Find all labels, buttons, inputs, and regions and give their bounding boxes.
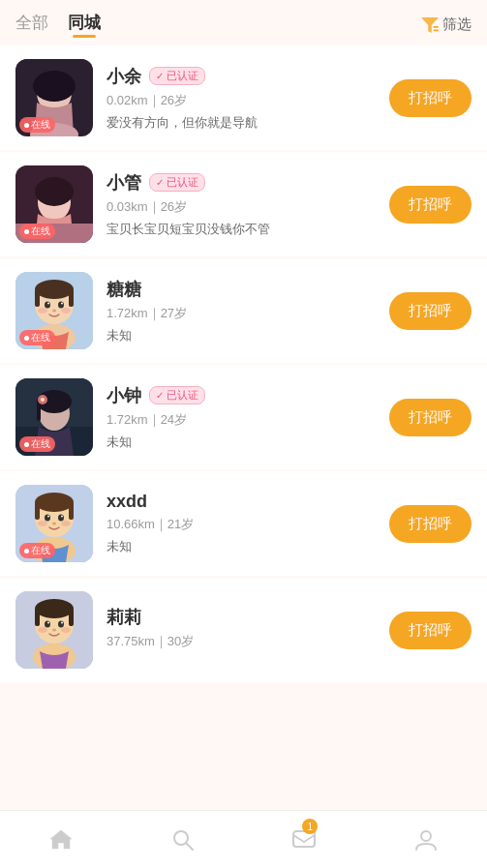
name-row: 小钟 ✓ 已认证 [107,384,389,407]
user-info: 小钟 ✓ 已认证 1.72km｜24岁 未知 [107,384,389,451]
user-meta: 0.02km｜26岁 [107,92,389,109]
svg-point-50 [45,621,50,628]
nav-home[interactable] [0,811,122,868]
svg-point-23 [61,308,71,314]
svg-point-34 [35,493,74,512]
online-label: 在线 [31,331,50,344]
svg-point-19 [47,303,49,305]
online-dot [24,336,29,341]
user-meta: 1.72km｜24岁 [107,411,389,429]
filter-icon [421,17,439,33]
user-meta: 37.75km｜30岁 [107,633,389,650]
user-name: 糖糖 [107,278,141,301]
online-badge: 在线 [19,117,55,133]
online-dot [24,123,29,128]
svg-rect-28 [37,402,41,421]
online-dot [24,442,29,447]
svg-rect-15 [35,289,40,307]
online-dot [24,229,29,234]
user-meta: 0.03km｜26岁 [107,198,389,216]
user-bio: 爱没有方向，但你就是导航 [107,114,389,132]
svg-rect-2 [434,29,439,31]
svg-rect-36 [69,502,74,520]
user-info: 糖糖 1.72km｜27岁 未知 [107,278,389,344]
nav-message[interactable]: 1 [244,811,366,868]
svg-point-20 [61,303,63,305]
user-name: 小钟 [107,384,141,407]
user-meta: 10.66km｜21岁 [107,516,389,533]
svg-point-55 [38,627,47,633]
online-label: 在线 [31,224,50,238]
list-item: 在线 xxdd 10.66km｜21岁 未知 打招呼 [0,471,487,576]
user-meta: 1.72km｜27岁 [107,305,389,322]
avatar: 在线 [15,272,93,349]
svg-point-14 [35,280,74,299]
avatar: 在线 [15,165,93,243]
greet-button[interactable]: 打招呼 [389,505,472,543]
svg-point-51 [58,621,64,628]
user-name: 小管 [107,171,141,195]
name-row: xxdd [107,492,389,512]
svg-point-5 [33,71,76,102]
user-name: 莉莉 [107,606,141,629]
svg-point-53 [61,622,63,624]
svg-point-21 [52,310,56,313]
user-name: 小余 [107,65,141,88]
tab-all[interactable]: 全部 [15,12,48,38]
online-badge: 在线 [19,543,55,558]
avatar [15,591,93,669]
user-list: 在线 小余 ✓ 已认证 0.02km｜26岁 爱没有方向，但你就是导航 打招呼 [0,45,487,762]
nav-profile[interactable] [365,811,487,868]
name-row: 小余 ✓ 已认证 [107,65,389,88]
verified-check-icon: ✓ [156,177,164,188]
user-info: 小管 ✓ 已认证 0.03km｜26岁 宝贝长宝贝短宝贝没钱你不管 [107,171,389,238]
message-badge: 1 [302,819,318,834]
user-bio: 未知 [107,327,389,344]
tab-local[interactable]: 同城 [68,12,101,38]
avatar-cartoon [15,591,93,669]
svg-point-18 [58,302,64,309]
list-item: 在线 小钟 ✓ 已认证 1.72km｜24岁 未知 打招呼 [0,365,487,469]
svg-rect-49 [69,609,74,626]
greet-button[interactable]: 打招呼 [389,292,472,330]
svg-point-38 [58,515,64,522]
home-icon [48,827,74,853]
online-label: 在线 [31,118,50,132]
svg-point-43 [61,521,71,526]
greet-button[interactable]: 打招呼 [389,399,472,436]
user-bio: 宝贝长宝贝短宝贝没钱你不管 [107,221,389,238]
list-item: 莉莉 37.75km｜30岁 打招呼 [0,578,487,682]
greet-button[interactable]: 打招呼 [389,612,472,649]
name-row: 小管 ✓ 已认证 [107,171,389,195]
user-info: 莉莉 37.75km｜30岁 [107,606,389,655]
svg-point-60 [421,831,431,841]
svg-point-37 [45,515,50,522]
list-item: 在线 糖糖 1.72km｜27岁 未知 打招呼 [0,258,487,363]
bottom-nav: 1 [0,810,487,868]
online-badge: 在线 [19,330,55,345]
filter-label: 筛选 [442,15,472,34]
verified-check-icon: ✓ [156,71,164,81]
greet-button[interactable]: 打招呼 [389,79,472,117]
svg-point-52 [47,622,49,624]
name-row: 莉莉 [107,606,389,629]
greet-button[interactable]: 打招呼 [389,186,472,224]
verified-badge: ✓ 已认证 [149,173,205,192]
svg-rect-35 [35,502,40,520]
svg-point-56 [61,627,71,633]
svg-rect-48 [35,609,40,626]
online-dot [24,549,29,554]
verified-badge: ✓ 已认证 [149,67,205,85]
online-badge: 在线 [19,224,55,239]
svg-point-42 [38,521,47,526]
verified-label: 已认证 [167,388,198,403]
svg-point-54 [52,629,56,632]
avatar: 在线 [15,378,93,456]
filter-button[interactable]: 筛选 [421,15,472,34]
nav-search[interactable] [122,811,244,868]
svg-rect-1 [434,25,439,27]
user-info: xxdd 10.66km｜21岁 未知 [107,492,389,555]
svg-point-17 [45,302,50,309]
svg-line-58 [186,843,193,850]
avatar: 在线 [15,59,93,136]
